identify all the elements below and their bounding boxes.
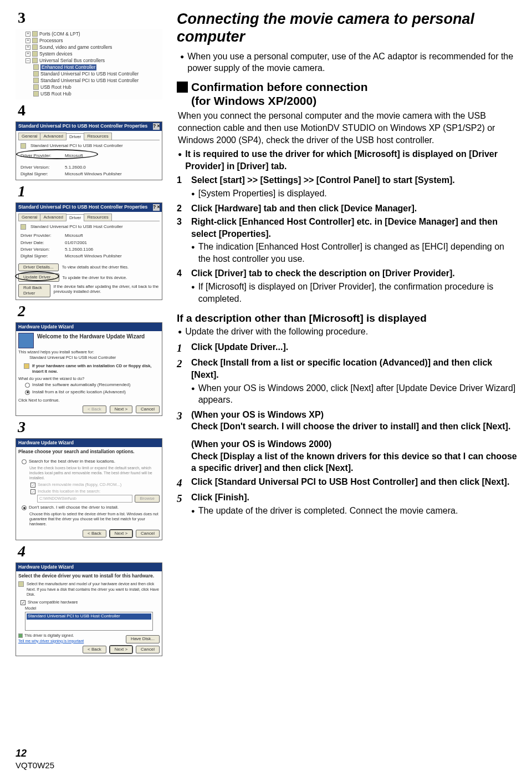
have-disk-button[interactable]: Have Disk... bbox=[126, 635, 160, 643]
checkbox[interactable]: ✓ bbox=[21, 600, 25, 605]
label: This wizard helps you install software f… bbox=[18, 349, 160, 355]
wizard-icon bbox=[18, 333, 34, 348]
device-manager-tree: +Ports (COM & LPT) +Processors +Sound, v… bbox=[16, 29, 162, 99]
sub-note: When your OS is Windows 2000, click [Nex… bbox=[198, 382, 519, 406]
value: 01/07/2001 bbox=[65, 240, 87, 246]
cancel-button[interactable]: Cancel bbox=[136, 530, 160, 537]
intro-bullet: When you use a personal computer, use of… bbox=[180, 50, 519, 74]
expand-icon[interactable]: + bbox=[25, 32, 30, 37]
sub-note: The update of the driver is completed. C… bbox=[198, 505, 458, 517]
model-listbox[interactable]: Standard Universal PCI to USB Host Contr… bbox=[25, 612, 153, 631]
expand-icon[interactable]: + bbox=[25, 38, 30, 43]
dialog-title: Hardware Update Wizard bbox=[18, 324, 74, 330]
fig-label-1b: 1 bbox=[18, 184, 162, 199]
driver-details-button[interactable]: Driver Details... bbox=[18, 263, 59, 271]
tree-label-selected[interactable]: Enhanced Host Controller bbox=[40, 64, 96, 70]
tab-driver[interactable]: Driver bbox=[66, 133, 84, 140]
page-title: Connecting the movie camera to personal … bbox=[177, 10, 519, 46]
next-button[interactable]: Next > bbox=[110, 530, 132, 537]
usb-icon bbox=[33, 91, 39, 97]
hardware-wizard-2: Hardware Update Wizard Please choose you… bbox=[16, 438, 162, 540]
wizard-heading: Welcome to the Hardware Update Wizard bbox=[18, 333, 160, 340]
value: 5.1.2600.1106 bbox=[65, 247, 93, 252]
tab-resources[interactable]: Resources bbox=[84, 133, 111, 140]
label: Select the manufacturer and model of you… bbox=[27, 581, 160, 596]
checkbox[interactable]: ✓ bbox=[30, 489, 35, 494]
dialog-title: Hardware Update Wizard bbox=[18, 440, 74, 446]
step-text: Check [Install from a list or specific l… bbox=[191, 358, 492, 379]
tab-advanced[interactable]: Advanced bbox=[40, 133, 66, 140]
path-field[interactable]: C:\WINDOWS\inf\usb bbox=[37, 495, 132, 503]
cancel-button[interactable]: Cancel bbox=[136, 646, 160, 653]
tree-label: USB Root Hub bbox=[40, 91, 71, 97]
page-footer: 12 VQT0W25 bbox=[0, 746, 532, 781]
step-text: Select [start] >> [Settings] >> [Control… bbox=[191, 175, 455, 185]
step-text: Check [Don't search. I will choose the d… bbox=[191, 420, 519, 433]
tab-driver[interactable]: Driver bbox=[66, 214, 84, 221]
cpu-icon bbox=[32, 38, 38, 43]
rollback-button[interactable]: Roll Back Driver bbox=[18, 284, 50, 298]
step-text: Check [Display a list of the known drive… bbox=[191, 450, 519, 474]
radio-button[interactable] bbox=[22, 459, 27, 464]
tree-label: Standard Universal PCI to USB Host Contr… bbox=[40, 78, 139, 84]
tree-label: Ports (COM & LPT) bbox=[39, 31, 80, 37]
tab-general[interactable]: General bbox=[18, 133, 40, 140]
close-icon[interactable]: ? × bbox=[153, 204, 160, 210]
label: Choose this option to select the device … bbox=[18, 511, 160, 528]
tab-resources[interactable]: Resources bbox=[84, 214, 111, 221]
hardware-wizard-3: Hardware Update Wizard Select the device… bbox=[16, 562, 162, 656]
value: Microsoft Windows Publisher bbox=[65, 171, 122, 177]
step-text: Click [Hardware] tab and then click [Dev… bbox=[191, 204, 417, 213]
close-icon[interactable]: ? × bbox=[153, 123, 160, 129]
page-number: 12 bbox=[16, 748, 27, 759]
step-text: (When your OS is Windows XP) bbox=[191, 409, 519, 421]
label: Click Next to continue. bbox=[18, 398, 160, 403]
tab-advanced[interactable]: Advanced bbox=[40, 214, 66, 221]
fig-label-3b: 3 bbox=[18, 419, 162, 435]
sys-icon bbox=[32, 51, 38, 57]
value: Microsoft Windows Publisher bbox=[65, 253, 122, 259]
browse-button[interactable]: Browse bbox=[135, 495, 160, 503]
device-name: Standard Universal PCI to USB Host Contr… bbox=[30, 224, 123, 230]
link[interactable]: Tell me why driver signing is important bbox=[18, 638, 84, 643]
checkbox[interactable]: ✓ bbox=[30, 483, 35, 488]
port-icon bbox=[32, 31, 38, 37]
value: 5.1.2600.0 bbox=[65, 165, 86, 170]
label: Driver Version: bbox=[21, 247, 60, 252]
back-button[interactable]: < Back bbox=[83, 646, 106, 653]
dialog-title: Standard Universal PCI to USB Host Contr… bbox=[18, 123, 147, 129]
device-icon bbox=[18, 581, 24, 587]
right-column: Connecting the movie camera to personal … bbox=[162, 10, 519, 746]
radio-button[interactable] bbox=[25, 383, 30, 388]
sub-note: The indication [Enhanced Host Controller… bbox=[198, 241, 519, 265]
label: Digital Signer: bbox=[21, 253, 60, 259]
back-button[interactable]: < Back bbox=[83, 530, 106, 537]
radio-label: Install the software automatically (Reco… bbox=[32, 382, 130, 388]
paragraph: When you connect the personal computer a… bbox=[178, 110, 519, 146]
expand-icon[interactable]: + bbox=[25, 45, 30, 50]
expand-icon[interactable]: + bbox=[25, 52, 30, 57]
collapse-icon[interactable]: – bbox=[25, 58, 30, 63]
fig-label-4b: 4 bbox=[18, 544, 162, 559]
dialog-title: Hardware Update Wizard bbox=[18, 564, 74, 570]
next-button[interactable]: Next > bbox=[110, 646, 132, 653]
radio-button[interactable] bbox=[25, 390, 30, 395]
back-button[interactable]: < Back bbox=[83, 405, 106, 413]
label: To update the driver for this device. bbox=[63, 275, 127, 281]
tab-general[interactable]: General bbox=[18, 214, 40, 221]
fig-label-3: 3 bbox=[18, 10, 162, 26]
note-bullet: It is required to use the driver for whi… bbox=[178, 148, 519, 172]
list-item[interactable]: Standard Universal PCI to USB Host Contr… bbox=[27, 613, 151, 619]
tree-label: Sound, video and game controllers bbox=[39, 44, 112, 50]
radio-label: Install from a list or specific location… bbox=[32, 389, 126, 395]
next-button[interactable]: Next > bbox=[110, 405, 132, 413]
subsection-heading: If a description other than [Microsoft] … bbox=[177, 312, 519, 324]
shield-icon bbox=[18, 633, 23, 638]
radio-button[interactable] bbox=[22, 505, 27, 510]
device-name: Standard Universal PCI to USB Host Contr… bbox=[30, 143, 123, 149]
section-heading: Confirmation before connection(for Windo… bbox=[177, 80, 519, 108]
label: If your hardware came with an installati… bbox=[32, 363, 160, 374]
usb-icon bbox=[33, 71, 39, 77]
cancel-button[interactable]: Cancel bbox=[136, 405, 160, 413]
radio-label: Don't search. I will choose the driver t… bbox=[29, 505, 119, 510]
